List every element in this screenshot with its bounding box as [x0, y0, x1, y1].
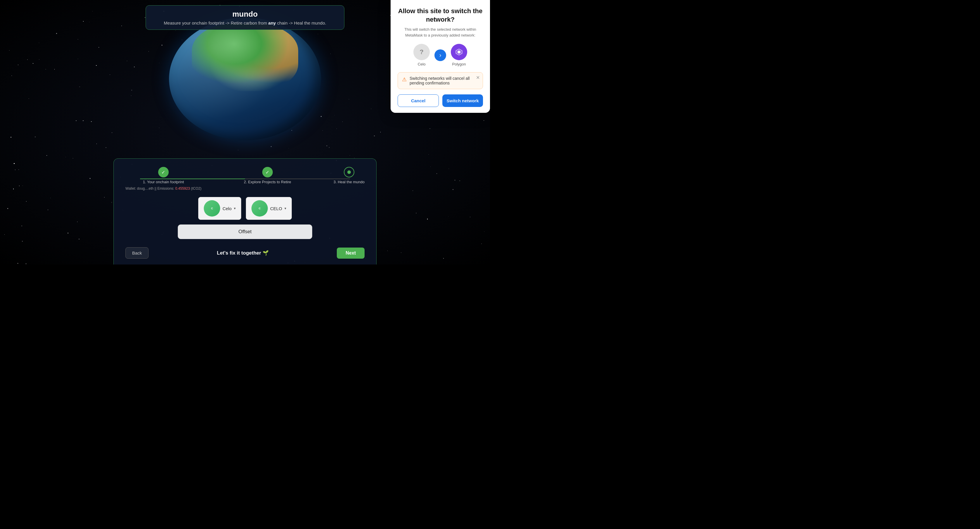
app-title: mundo: [158, 10, 332, 19]
chain-dropdown[interactable]: C Celo ▾: [198, 197, 241, 220]
from-network-label: Celo: [418, 62, 426, 66]
warning-icon: ⚠: [402, 76, 407, 83]
from-network-col: ? Celo: [414, 44, 430, 66]
chain-chevron-icon: ▾: [234, 207, 235, 210]
progress-steps: ✓ 1. Your onchain footprint Wallet: doug…: [126, 167, 364, 191]
step-1-sublabel: Wallet: doug....eth || Emissions: 0.4559…: [126, 186, 201, 191]
warning-box: ⚠ Switching networks will cancel all pen…: [398, 72, 483, 89]
main-panel: ✓ 1. Your onchain footprint Wallet: doug…: [113, 159, 377, 265]
chain-label: Celo: [223, 206, 232, 211]
step-3: 3. Heal the mundo: [334, 167, 364, 191]
bottom-bar: Back Let's fix it together 🌱 Next: [126, 245, 364, 259]
warning-text: Switching networks will cancel all pendi…: [410, 76, 479, 85]
close-warning-button[interactable]: ✕: [476, 75, 480, 80]
step-1-circle: ✓: [158, 167, 169, 177]
step-1: ✓ 1. Your onchain footprint Wallet: doug…: [126, 167, 201, 191]
step-2: ✓ 2. Explore Projects to Retire: [244, 167, 291, 191]
progress-container: ✓ 1. Your onchain footprint Wallet: doug…: [126, 167, 364, 191]
step-2-label: 2. Explore Projects to Retire: [244, 180, 291, 184]
wallet-label: Wallet: doug....eth || Emissions:: [126, 186, 174, 191]
arrow-icon: ›: [434, 49, 446, 61]
subtitle-suffix: chain -> Heal the mundo.: [276, 21, 326, 25]
header-box: mundo Measure your onchain footprint -> …: [146, 5, 344, 30]
step-3-label: 3. Heal the mundo: [334, 180, 364, 184]
popup-actions: Cancel Switch network: [398, 94, 483, 107]
step-3-circle: [344, 167, 354, 177]
cancel-button[interactable]: Cancel: [398, 94, 439, 107]
app-subtitle: Measure your onchain footprint -> Retire…: [158, 21, 332, 25]
switch-network-button[interactable]: Switch network: [442, 94, 483, 107]
to-network-col: Polygon: [451, 44, 467, 66]
token-chevron-icon: ▾: [285, 207, 286, 210]
network-switch-row: ? Celo › Polygon: [398, 44, 483, 66]
next-button[interactable]: Next: [337, 248, 364, 259]
emissions-value: 0.455923: [175, 186, 190, 191]
back-button[interactable]: Back: [126, 247, 148, 259]
popup-title: Allow this site to switch the network?: [398, 7, 483, 24]
from-network-icon: ?: [414, 44, 430, 60]
token-dropdown[interactable]: C CELO ▾: [246, 197, 292, 220]
metamask-popup: Allow this site to switch the network? T…: [391, 0, 490, 113]
to-network-icon: [451, 44, 467, 60]
celo-chain-icon: C: [204, 200, 220, 216]
polygon-logo-icon: [455, 48, 463, 56]
to-network-label: Polygon: [452, 62, 466, 66]
token-label: CELO: [270, 206, 282, 211]
step-2-circle: ✓: [262, 167, 273, 177]
popup-subtitle: This will switch the selected network wi…: [398, 27, 483, 38]
earth-globe: [169, 17, 321, 140]
offset-button[interactable]: Offset: [178, 224, 312, 239]
subtitle-bold: any: [268, 21, 276, 25]
tagline-text: Let's fix it together 🌱: [217, 250, 269, 256]
celo-token-icon: C: [251, 200, 268, 216]
dropdowns-row: C Celo ▾ C CELO ▾: [126, 197, 364, 220]
emissions-unit: (tCO2): [191, 186, 201, 191]
subtitle-prefix: Measure your onchain footprint -> Retire…: [164, 21, 268, 25]
step-1-label: 1. Your onchain footprint: [143, 180, 184, 184]
